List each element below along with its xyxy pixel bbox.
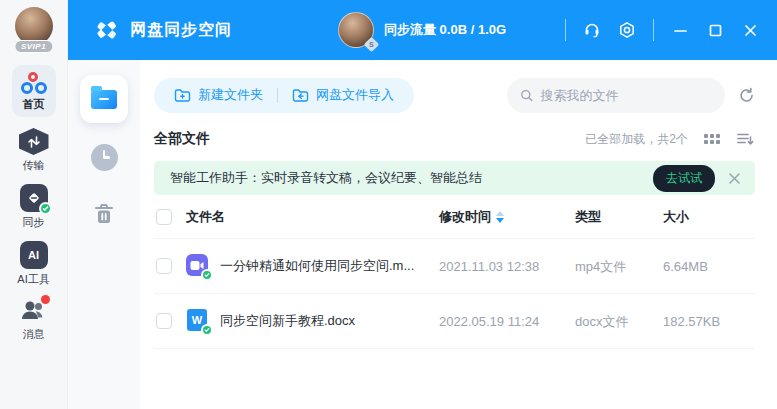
icon-rail bbox=[68, 60, 140, 409]
word-file-icon: W bbox=[186, 309, 210, 333]
row-checkbox[interactable] bbox=[156, 258, 172, 274]
home-icon bbox=[21, 72, 47, 94]
left-sidebar: SVIP1 首页 传输 同步 bbox=[0, 0, 68, 409]
header-name: 文件名 bbox=[186, 208, 439, 226]
sidebar-item-label: 消息 bbox=[23, 327, 45, 342]
sidebar-item-label: 同步 bbox=[23, 215, 45, 230]
transfer-icon bbox=[19, 128, 49, 155]
window-controls bbox=[561, 17, 763, 43]
support-headset-button[interactable] bbox=[579, 17, 605, 43]
file-name: 一分钟精通如何使用同步空间.m... bbox=[220, 257, 414, 275]
messages-icon bbox=[19, 298, 49, 324]
app-brand: 网盘同步空间 bbox=[94, 17, 232, 43]
user-avatar[interactable]: SVIP1 bbox=[12, 7, 56, 53]
right-column: 网盘同步空间 S 同步流量 0.0B / 1.0G bbox=[68, 0, 777, 409]
grid-view-button[interactable] bbox=[704, 134, 720, 144]
toolbar: 新建文件夹 网盘文件导入 bbox=[154, 77, 755, 113]
banner-text: 智能工作助手：实时录音转文稿，会议纪要、智能总结 bbox=[170, 169, 482, 187]
file-modified: 2022.05.19 11:24 bbox=[439, 314, 539, 329]
synced-badge bbox=[201, 269, 213, 281]
sidebar-item-label: 首页 bbox=[23, 97, 45, 112]
file-type: mp4文件 bbox=[575, 259, 626, 274]
ai-assistant-banner: 智能工作助手：实时录音转文稿，会议纪要、智能总结 去试试 bbox=[154, 161, 755, 195]
sidebar-item-home[interactable]: 首页 bbox=[12, 65, 56, 117]
header-modified[interactable]: 修改时间 bbox=[439, 208, 575, 226]
sidebar-item-transfer[interactable]: 传输 bbox=[19, 128, 49, 173]
load-status: 已全部加载，共2个 bbox=[585, 131, 688, 148]
table-header: 文件名 修改时间 类型 大小 bbox=[154, 195, 755, 239]
ai-tools-icon: AI bbox=[20, 241, 48, 269]
sync-icon bbox=[20, 184, 48, 212]
search-input[interactable] bbox=[540, 88, 712, 103]
header-size: 大小 bbox=[663, 207, 755, 226]
folder-plus-icon bbox=[174, 88, 191, 103]
file-size: 182.57KB bbox=[663, 314, 720, 329]
section-title: 全部文件 bbox=[154, 130, 210, 148]
select-all-checkbox[interactable] bbox=[156, 209, 172, 225]
section-header: 全部文件 已全部加载，共2个 bbox=[154, 127, 755, 151]
sidebar-item-sync[interactable]: 同步 bbox=[20, 184, 48, 230]
divider bbox=[653, 19, 654, 41]
synced-badge bbox=[201, 324, 213, 336]
import-files-label: 网盘文件导入 bbox=[316, 86, 394, 104]
search-box[interactable] bbox=[507, 78, 725, 113]
folder-icon bbox=[91, 90, 117, 109]
traffic-group: S 同步流量 0.0B / 1.0G bbox=[338, 12, 506, 48]
trash-icon bbox=[93, 202, 115, 226]
sort-list-icon bbox=[736, 131, 755, 147]
content-area: 新建文件夹 网盘文件导入 bbox=[68, 60, 777, 409]
settings-gear-button[interactable] bbox=[614, 17, 640, 43]
file-row[interactable]: W 同步空间新手教程.docx 2022.05.19 11:24 docx文件 … bbox=[154, 294, 755, 349]
sync-ok-badge bbox=[39, 202, 52, 215]
refresh-icon bbox=[738, 87, 755, 104]
sidebar-nav: 首页 传输 同步 AI A bbox=[12, 65, 56, 342]
import-files-button[interactable]: 网盘文件导入 bbox=[292, 86, 394, 104]
header-type: 类型 bbox=[575, 207, 663, 226]
sidebar-item-messages[interactable]: 消息 bbox=[19, 298, 49, 342]
titlebar-avatar[interactable]: S bbox=[338, 12, 374, 48]
row-checkbox[interactable] bbox=[156, 313, 172, 329]
file-modified: 2021.11.03 12:38 bbox=[439, 259, 539, 274]
sidebar-item-ai-tools[interactable]: AI AI工具 bbox=[17, 241, 49, 287]
app-window: SVIP1 首页 传输 同步 bbox=[0, 0, 777, 409]
close-button[interactable] bbox=[737, 17, 763, 43]
sidebar-item-label: AI工具 bbox=[17, 272, 49, 287]
minimize-button[interactable] bbox=[667, 17, 693, 43]
file-manager-panel: 新建文件夹 网盘文件导入 bbox=[140, 60, 777, 409]
app-title: 网盘同步空间 bbox=[130, 20, 232, 41]
refresh-button[interactable] bbox=[738, 87, 755, 104]
sync-traffic-label: 同步流量 0.0B / 1.0G bbox=[384, 21, 506, 39]
file-type: docx文件 bbox=[575, 314, 628, 329]
action-pill: 新建文件夹 网盘文件导入 bbox=[154, 78, 414, 113]
maximize-button[interactable] bbox=[702, 17, 728, 43]
app-logo-icon bbox=[94, 17, 120, 43]
try-it-button[interactable]: 去试试 bbox=[653, 165, 715, 192]
unread-dot bbox=[41, 295, 50, 304]
new-folder-label: 新建文件夹 bbox=[198, 86, 263, 104]
rail-my-files-button[interactable] bbox=[80, 75, 128, 123]
folder-import-icon bbox=[292, 88, 309, 103]
divider bbox=[277, 88, 278, 103]
titlebar: 网盘同步空间 S 同步流量 0.0B / 1.0G bbox=[68, 0, 777, 60]
file-name: 同步空间新手教程.docx bbox=[220, 312, 355, 330]
sidebar-item-label: 传输 bbox=[23, 158, 45, 173]
file-row[interactable]: 一分钟精通如何使用同步空间.m... 2021.11.03 12:38 mp4文… bbox=[154, 239, 755, 294]
rail-recent-button[interactable] bbox=[91, 144, 118, 171]
video-file-icon bbox=[186, 254, 210, 278]
new-folder-button[interactable]: 新建文件夹 bbox=[174, 86, 263, 104]
file-size: 6.64MB bbox=[663, 259, 708, 274]
rail-trash-button[interactable] bbox=[93, 202, 115, 230]
sort-carets-icon[interactable] bbox=[496, 211, 504, 223]
banner-close-icon[interactable] bbox=[728, 172, 741, 185]
search-icon bbox=[520, 88, 533, 103]
divider bbox=[565, 19, 566, 41]
sort-list-button[interactable] bbox=[736, 131, 755, 147]
svip-badge: SVIP1 bbox=[14, 40, 53, 53]
